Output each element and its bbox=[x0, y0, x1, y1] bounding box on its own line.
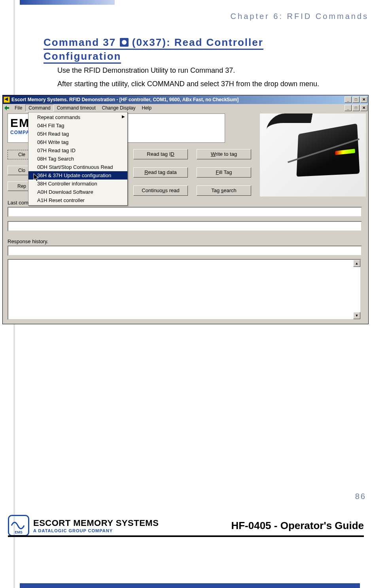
dropdown-item[interactable]: 04H Fill Tag bbox=[28, 121, 127, 130]
svg-marker-0 bbox=[4, 106, 9, 110]
mdi-icon[interactable] bbox=[4, 105, 10, 111]
titlebar[interactable]: Escort Memory Systems. RFID Demonstratio… bbox=[3, 95, 368, 104]
footer-document-title: HF-0405 - Operator's Guide bbox=[231, 520, 364, 532]
menu-help[interactable]: Help bbox=[138, 104, 155, 112]
last-command-field-2[interactable] bbox=[8, 221, 362, 231]
mdi-close-button[interactable]: ✕ bbox=[360, 105, 367, 111]
button-continuous-read[interactable]: Continuous read bbox=[133, 185, 188, 196]
app-window: Escort Memory Systems. RFID Demonstratio… bbox=[2, 95, 369, 324]
footer-logo-icon: EMS bbox=[8, 515, 29, 536]
response-history-listbox[interactable]: ▲ ▼ bbox=[8, 259, 361, 320]
menu-command-timeout[interactable]: Command timeout bbox=[54, 104, 99, 112]
chapter-title: Chapter 6: RFID Commands bbox=[231, 12, 369, 21]
page-bottom-accent bbox=[20, 583, 360, 588]
menu-file[interactable]: File bbox=[11, 104, 25, 112]
page-number: 86 bbox=[355, 492, 366, 501]
scroll-down-button[interactable]: ▼ bbox=[353, 312, 360, 319]
titlebar-text: Escort Memory Systems. RFID Demonstratio… bbox=[11, 97, 344, 102]
dropdown-item[interactable]: 08H Tag Search bbox=[28, 155, 127, 163]
page-footer: EMS ESCORT MEMORY SYSTEMS A DATALOGIC GR… bbox=[8, 508, 364, 543]
response-history-field[interactable] bbox=[8, 246, 362, 256]
window-minimize-button[interactable]: _ bbox=[344, 96, 352, 103]
menu-command[interactable]: Command bbox=[25, 104, 53, 112]
dropdown-item[interactable]: A1H Reset controller bbox=[28, 196, 127, 204]
menu-bar: File Command Command timeout Change Disp… bbox=[3, 104, 368, 112]
dropdown-item[interactable]: 07H Read tag ID bbox=[28, 146, 127, 155]
footer-company: ESCORT MEMORY SYSTEMS bbox=[33, 518, 159, 528]
dropdown-item[interactable]: 0DH Start/Stop Continuous Read bbox=[28, 163, 127, 171]
dropdown-item[interactable]: 06H Write tag bbox=[28, 138, 127, 146]
dropdown-item[interactable]: Repeat commands bbox=[28, 113, 127, 121]
scroll-up-button[interactable]: ▲ bbox=[353, 260, 360, 267]
window-close-button[interactable]: ✕ bbox=[360, 96, 367, 103]
client-area: EMORY SYSTEMS COMPANY Cle Clo Rep Read t… bbox=[3, 112, 368, 324]
dropdown-item[interactable]: 36H & 37H Update configuration bbox=[28, 171, 127, 180]
mdi-restore-button[interactable]: □ bbox=[352, 105, 360, 111]
window-maximize-button[interactable]: □ bbox=[352, 96, 360, 103]
footer-ems-label: EMS bbox=[9, 530, 28, 534]
dropdown-item[interactable]: 05H Read tag bbox=[28, 130, 127, 138]
label-response-history: Response history. bbox=[8, 238, 48, 244]
last-command-field-1[interactable] bbox=[8, 207, 362, 217]
page-top-accent bbox=[20, 0, 115, 5]
mdi-minimize-button[interactable]: _ bbox=[344, 105, 352, 111]
button-tag-search[interactable]: Tag search bbox=[197, 185, 251, 196]
command-dropdown: Repeat commands04H Fill Tag05H Read tag0… bbox=[28, 112, 128, 206]
footer-tagline: A DATALOGIC GROUP COMPANY bbox=[33, 528, 159, 533]
body-paragraph-1: Use the RFID Demonstration Utility to ru… bbox=[57, 66, 235, 75]
footer-rule bbox=[8, 535, 364, 537]
button-read-tag-data[interactable]: Read tag data bbox=[133, 167, 188, 178]
cursor-icon bbox=[33, 173, 40, 182]
button-fill-tag[interactable]: Fill Tag bbox=[197, 167, 251, 178]
section-heading: Command 37 (0x37): Read Controller Confi… bbox=[44, 36, 263, 63]
button-write-to-tag[interactable]: Write to tag bbox=[197, 149, 251, 159]
record-icon bbox=[120, 38, 129, 47]
button-read-tag-id[interactable]: Read tag ID bbox=[133, 149, 188, 159]
app-icon bbox=[4, 96, 10, 103]
body-paragraph-2: After starting the utility, click COMMAN… bbox=[57, 80, 319, 88]
dropdown-item[interactable]: 38H Controller information bbox=[28, 180, 127, 188]
device-image bbox=[260, 113, 366, 197]
dropdown-item[interactable]: A0H Download Software bbox=[28, 188, 127, 196]
menu-change-display[interactable]: Change Display bbox=[99, 104, 139, 112]
